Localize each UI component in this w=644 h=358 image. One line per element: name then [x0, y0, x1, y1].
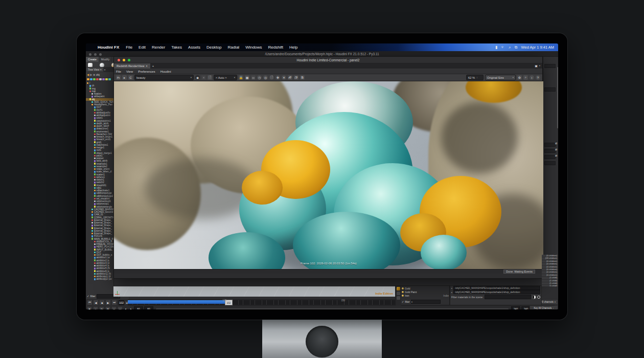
- tree-filter-type-icon[interactable]: [108, 78, 111, 81]
- menubar-app-name[interactable]: Houdini FX: [94, 45, 123, 50]
- shelf-tab-create[interactable]: Create: [86, 57, 99, 62]
- jump-to-end-button[interactable]: ⏭: [111, 300, 117, 305]
- abort-render-icon[interactable]: ✕: [201, 75, 206, 80]
- tree-filter-type-icon[interactable]: [99, 78, 102, 81]
- realtime-toggle-icon[interactable]: ◉: [87, 306, 92, 309]
- grid-dim-icon[interactable]: ▤: [251, 75, 256, 80]
- menubar-item-windows[interactable]: Windows: [242, 45, 265, 50]
- add-tab-icon[interactable]: +: [150, 64, 156, 68]
- tree-filter-type-icon[interactable]: [90, 78, 93, 81]
- restart-render-icon[interactable]: C: [128, 75, 133, 80]
- nav-back-icon[interactable]: ◀: [87, 73, 89, 76]
- camera-auto-dropdown[interactable]: < Auto >▾: [214, 75, 237, 80]
- close-tab-icon[interactable]: ×: [146, 64, 147, 68]
- battery-icon[interactable]: ▮: [495, 45, 497, 50]
- menubar-item-help[interactable]: Help: [286, 45, 301, 50]
- node-connect-icon[interactable]: ⇄: [555, 154, 558, 157]
- material-filter-input[interactable]: ▾: [411, 300, 441, 304]
- render-image[interactable]: Frame 102: 2026-02-06 20:03:50 (1m:54s): [114, 81, 543, 269]
- pane-menu-icon[interactable]: ▾: [539, 64, 540, 68]
- zoom-level-field[interactable]: 62 %↕: [466, 75, 484, 80]
- renderview-menu-preferences[interactable]: Preferences: [136, 70, 157, 73]
- arrows-in-icon[interactable]: ✕: [282, 75, 286, 80]
- jump-to-start-button[interactable]: ⏮: [87, 300, 93, 305]
- compare-image-icon[interactable]: 🗗: [288, 75, 292, 80]
- minimize-window-icon[interactable]: [94, 53, 97, 56]
- tree-filter-type-icon[interactable]: [93, 78, 96, 81]
- window-traffic-lights[interactable]: [89, 53, 103, 56]
- render-start-icon[interactable]: ▸: [122, 75, 127, 80]
- layers-icon[interactable]: 🗇: [294, 75, 298, 80]
- control-center-icon[interactable]: ⧉: [515, 45, 518, 50]
- menubar-item-assets[interactable]: Assets: [185, 45, 203, 50]
- render-pass-dropdown[interactable]: beauty▾: [134, 75, 194, 80]
- global-start-field[interactable]: 60: [134, 306, 143, 309]
- dopesheet-icon[interactable]: ▭: [118, 306, 123, 309]
- tree-filter-type-icon[interactable]: [87, 78, 89, 81]
- parameter-field[interactable]: [544, 155, 556, 159]
- checkmark-icon[interactable]: ✓: [87, 295, 89, 298]
- node-connect-icon[interactable]: ⇄: [555, 142, 558, 145]
- menubar-item-desktop[interactable]: Desktop: [203, 45, 224, 50]
- node-connect-icon[interactable]: ⇄: [555, 148, 558, 151]
- material-thumbnail[interactable]: [397, 287, 400, 290]
- target-icon[interactable]: ◎: [263, 75, 268, 80]
- close-tab-icon[interactable]: ×: [100, 68, 102, 71]
- parameter-field[interactable]: [544, 87, 556, 92]
- viewport-sliver[interactable]: Indie Edition: [113, 286, 395, 297]
- renderview-menu-file[interactable]: File: [114, 70, 123, 73]
- renderview-menu-houdini[interactable]: Houdini: [158, 70, 173, 73]
- parameter-field[interactable]: [544, 149, 556, 153]
- menubar-item-edit[interactable]: Edit: [135, 45, 149, 50]
- menubar-item-render[interactable]: Render: [149, 45, 168, 50]
- tree-path-label[interactable]: obj: [96, 73, 100, 76]
- info-icon[interactable]: i: [530, 75, 534, 80]
- crop-region-icon[interactable]: ⛶: [208, 75, 212, 80]
- camera-icon[interactable]: ◉: [195, 75, 200, 80]
- range-end-arrow-icon[interactable]: ⏵: [129, 307, 133, 309]
- shader-path-row[interactable]: ▸/obj/CACHED_MAINSHAPE/uvquickshade1/sho…: [450, 290, 541, 294]
- arrows-out-icon[interactable]: ✥: [275, 75, 280, 80]
- play-button[interactable]: ▶: [105, 300, 111, 305]
- menubar-clock[interactable]: Wed Apr 1 9:41 AM: [521, 45, 554, 50]
- minimize-window-icon[interactable]: [123, 59, 125, 61]
- window-traffic-lights[interactable]: [118, 58, 132, 62]
- clock-icon[interactable]: ◷: [257, 75, 262, 80]
- shader-path-row[interactable]: ▸/obj/CACHED_MAINSHAPE/uvquickshade1/sho…: [450, 286, 541, 290]
- help-icon[interactable]: ?: [536, 75, 540, 80]
- tree-filter-type-icon[interactable]: [102, 78, 105, 81]
- pane-maximize-icon[interactable]: ▣: [535, 64, 537, 68]
- checkmark-icon[interactable]: ✓: [402, 300, 404, 303]
- menubar-item-radial[interactable]: Radial: [224, 45, 242, 50]
- tab-tree-view[interactable]: Tree View ×: [86, 68, 103, 72]
- grid-icon[interactable]: ▦: [245, 75, 249, 80]
- wifi-icon[interactable]: ᯤ: [501, 45, 505, 50]
- image-size-dropdown[interactable]: Original Size▾: [485, 75, 516, 80]
- play-reverse-button[interactable]: ◀: [93, 300, 99, 305]
- tree-filter-type-icon[interactable]: [96, 78, 99, 81]
- loop-icon[interactable]: ⟳: [99, 306, 104, 309]
- settings-gear-icon[interactable]: ⚙: [105, 306, 110, 309]
- search-icon[interactable]: ⌕: [509, 45, 511, 50]
- parameter-field[interactable]: [544, 64, 556, 68]
- nav-forward-icon[interactable]: ▶: [90, 73, 92, 76]
- curve-icon[interactable]: ~: [111, 306, 117, 309]
- zoom-window-icon[interactable]: [99, 53, 102, 56]
- expand-icon[interactable]: ⛶: [269, 75, 274, 80]
- key-all-channels-dropdown[interactable]: Key All Channels↕: [530, 305, 558, 309]
- playback-start-field[interactable]: 60: [144, 306, 153, 309]
- parameter-field[interactable]: [544, 161, 556, 165]
- parameter-field[interactable]: [544, 143, 556, 147]
- gear-icon[interactable]: ⚙: [517, 75, 522, 80]
- playback-end-field[interactable]: 240: [511, 306, 520, 309]
- tab-redshift-renderview[interactable]: Redshift RenderView ×: [114, 63, 150, 69]
- shelf-tab-modify[interactable]: Modify: [99, 57, 112, 62]
- stop-button[interactable]: ■: [99, 300, 105, 305]
- renderview-menu-view[interactable]: View: [124, 70, 135, 73]
- export-image-icon[interactable]: 🖺: [300, 75, 305, 80]
- lock-icon[interactable]: 🔒: [239, 75, 243, 80]
- material-grid-icon[interactable]: [397, 292, 400, 295]
- range-slider[interactable]: [156, 308, 509, 310]
- menubar-item-redshift[interactable]: Redshift: [265, 45, 286, 50]
- material-row[interactable]: IronIndie: [402, 294, 450, 297]
